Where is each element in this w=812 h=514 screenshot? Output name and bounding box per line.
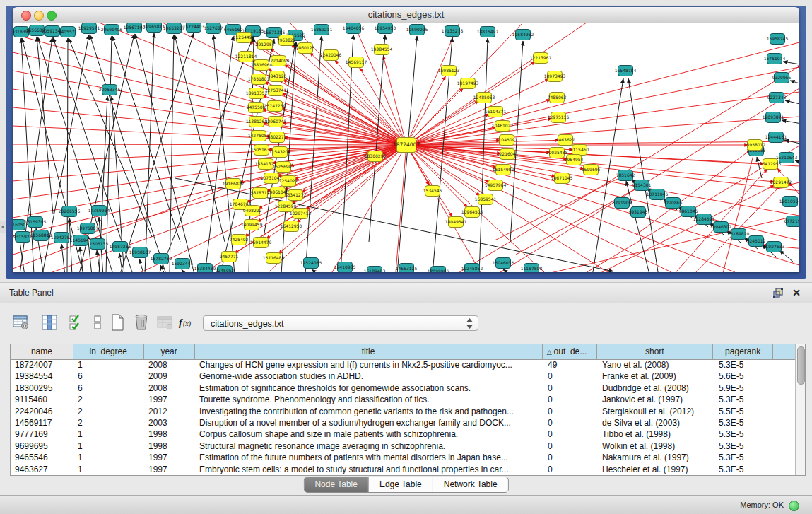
network-node[interactable]: 12975115 — [548, 112, 570, 123]
network-node[interactable]: 12567190 — [124, 23, 146, 33]
network-node[interactable]: 11045091 — [496, 135, 518, 146]
table-cell[interactable]: 5.3E-5 — [714, 428, 775, 440]
network-node[interactable]: 9405571 — [59, 27, 78, 37]
network-node[interactable]: 10671045 — [551, 173, 573, 184]
network-node[interactable]: 7425402 — [230, 235, 249, 245]
table-selector-dropdown[interactable]: citations_edges.txt — [203, 315, 478, 331]
table-row[interactable]: 1872400712008Changes of HCN gene express… — [11, 359, 795, 370]
float-panel-icon[interactable] — [772, 287, 784, 298]
column-header-in_degree[interactable]: in_degree — [73, 344, 144, 359]
network-window-titlebar[interactable]: citations_edges.txt — [13, 7, 799, 23]
network-node[interactable]: 18049541 — [445, 217, 467, 228]
table-cell[interactable]: 1998 — [144, 440, 195, 452]
network-node[interactable]: 6791909 — [613, 198, 632, 209]
network-node[interactable]: 15751074 — [764, 54, 786, 64]
table-cell[interactable]: 1998 — [144, 428, 195, 440]
network-node[interactable]: 12753741 — [265, 86, 287, 96]
table-row[interactable]: 946362711997Embryonic stem cells: a mode… — [11, 464, 795, 475]
network-node[interactable]: 10711045 — [647, 189, 669, 200]
network-node[interactable]: 16159395 — [25, 217, 47, 228]
network-node[interactable]: 20691406 — [101, 25, 123, 35]
table-cell[interactable]: 0 — [543, 428, 598, 440]
table-cell[interactable]: 9463627 — [11, 464, 73, 475]
network-node[interactable]: 10590096 — [406, 25, 428, 35]
network-node[interactable]: 14569117 — [346, 57, 367, 68]
table-cell[interactable]: Embryonic stem cells: a model to study s… — [195, 464, 543, 475]
table-row[interactable]: 946554611997Estimation of the future num… — [11, 452, 795, 463]
close-panel-icon[interactable]: ✕ — [791, 287, 802, 298]
network-node[interactable]: 15958745 — [767, 34, 789, 45]
table-cell[interactable]: 5.3E-5 — [714, 359, 775, 370]
network-node[interactable]: 7485063 — [548, 93, 567, 103]
network-node[interactable]: 14275052 — [248, 131, 270, 141]
network-node[interactable]: 9475509 — [247, 103, 266, 113]
network-window[interactable]: citations_edges.txt 18724007931839516566… — [13, 7, 799, 272]
network-node[interactable]: 17359934 — [88, 206, 110, 216]
network-svg[interactable]: 1872400793183951656689920591340940557118… — [13, 23, 799, 272]
table-cell[interactable]: 1 — [73, 464, 144, 475]
network-node[interactable]: 19166827 — [223, 179, 245, 189]
network-node[interactable]: 9245052 — [216, 266, 235, 273]
network-node[interactable]: 16914479 — [250, 238, 272, 248]
network-node[interactable]: 9315921 — [13, 232, 33, 243]
table-cell[interactable]: 5.3E-5 — [714, 440, 775, 452]
network-node[interactable]: 15724403 — [183, 23, 205, 33]
table-cell[interactable]: Jankovic et al. (1997) — [598, 394, 714, 405]
network-node[interactable]: 19584962 — [512, 30, 534, 40]
select-all-button[interactable] — [65, 311, 88, 334]
close-window-button[interactable] — [21, 11, 31, 21]
network-node[interactable]: 18929571 — [78, 23, 100, 34]
network-node[interactable]: 16341272 — [285, 190, 307, 201]
table-cell[interactable]: Wolkin et al. (1998) — [598, 440, 714, 452]
network-node[interactable]: 15716485 — [263, 253, 285, 264]
table-cell[interactable]: 1 — [73, 428, 144, 440]
table-cell[interactable]: de Silva et al. (2003) — [598, 417, 714, 428]
table-cell[interactable]: 5.6E-5 — [714, 370, 775, 382]
network-node[interactable]: 16104371 — [485, 107, 507, 117]
column-header-short[interactable]: short — [597, 344, 714, 359]
network-node[interactable]: 17851801 — [248, 74, 270, 85]
network-node[interactable]: 14663125 — [396, 264, 418, 273]
table-cell[interactable]: Nakamura et al. (1997) — [598, 452, 714, 463]
new-column-button[interactable] — [106, 311, 129, 334]
delete-column-button[interactable] — [130, 311, 153, 334]
table-scrollbar-thumb[interactable] — [797, 346, 805, 385]
network-node[interactable]: 16954950 — [375, 23, 396, 34]
table-cell[interactable]: 14569117 — [11, 417, 73, 428]
table-cell[interactable]: Structural magnetic resonance image aver… — [195, 440, 543, 452]
table-cell[interactable]: 5.3E-5 — [714, 417, 775, 428]
network-node[interactable]: 12505135 — [87, 239, 109, 250]
network-node[interactable]: 12211814 — [235, 52, 257, 62]
network-hub-node[interactable]: 18724007 — [393, 138, 420, 153]
function-builder-button[interactable]: f (x) — [175, 311, 198, 334]
network-node[interactable]: 16859211 — [311, 25, 333, 35]
network-node[interactable]: 12410985 — [334, 262, 356, 273]
network-node[interactable]: 8720865 — [664, 198, 683, 209]
network-node[interactable]: 11254494 — [233, 33, 255, 43]
table-row[interactable]: 1830029562008Estimation of significance … — [11, 382, 795, 394]
network-node[interactable]: 10461022 — [492, 121, 514, 132]
network-node[interactable]: 16189483 — [364, 267, 386, 273]
table-cell[interactable]: 0 — [543, 452, 598, 463]
network-node[interactable]: 12485063 — [473, 93, 495, 103]
network-node[interactable]: 15985123 — [438, 66, 460, 76]
network-node[interactable]: 12010554 — [779, 197, 799, 207]
table-cell[interactable]: 0 — [543, 464, 598, 475]
zoom-window-button[interactable] — [47, 11, 57, 21]
table-cell[interactable]: Changes of HCN gene expression and I(f) … — [195, 359, 543, 370]
network-node[interactable]: 11157508 — [521, 264, 543, 273]
network-node[interactable]: 10973493 — [544, 71, 566, 82]
network-node[interactable]: 9329966 — [772, 73, 792, 83]
select-column-button[interactable] — [38, 311, 61, 334]
minimize-window-button[interactable] — [34, 11, 44, 21]
memory-ok-indicator-icon[interactable] — [789, 501, 799, 511]
table-cell[interactable]: Dudbridge et al. (2008) — [598, 382, 714, 394]
table-cell[interactable]: 2 — [73, 394, 144, 405]
table-cell[interactable]: Hescheler et al. (1997) — [598, 464, 714, 475]
table-cell[interactable]: 18724007 — [11, 359, 73, 370]
table-cell[interactable]: 0 — [543, 440, 598, 452]
network-node[interactable]: 9498222 — [243, 206, 262, 216]
network-node[interactable]: 10964503 — [461, 207, 483, 218]
network-node[interactable]: 19384554 — [371, 45, 393, 55]
table-cell[interactable]: Franke et al. (2009) — [598, 370, 714, 382]
